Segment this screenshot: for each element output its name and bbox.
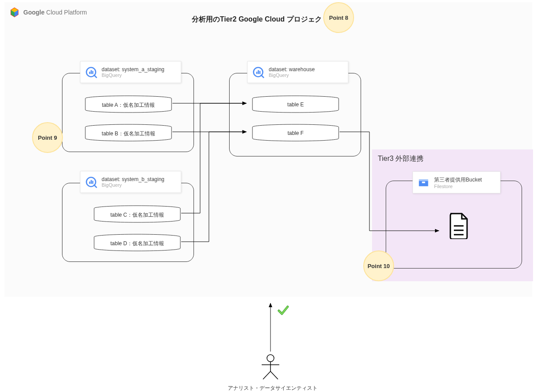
svg-point-27 (267, 355, 274, 362)
bigquery-icon (85, 176, 97, 188)
dataset-warehouse: dataset: warehouse BigQuery table E tabl… (229, 73, 361, 156)
dataset-label: dataset: system_b_staging (102, 176, 164, 182)
project-title: 分析用のTier2 Google Cloud プロジェクト (192, 15, 329, 24)
tier3-title: Tier3 外部連携 (378, 154, 424, 163)
product-label: BigQuery (269, 73, 315, 78)
svg-line-4 (94, 75, 96, 77)
svg-line-31 (270, 371, 278, 379)
dataset-card-warehouse: dataset: warehouse BigQuery (247, 61, 348, 83)
checkmark-icon (278, 305, 289, 316)
point-8-badge: Point 8 (323, 2, 354, 33)
dataset-system-b: dataset: system_b_staging BigQuery table… (62, 183, 194, 262)
svg-rect-8 (89, 181, 91, 184)
dataset-label: dataset: warehouse (269, 66, 315, 73)
product-label: BigQuery (102, 182, 164, 188)
bucket-product: Filestore (434, 184, 482, 189)
table-b-cylinder: table B：仮名加工情報 (84, 124, 172, 142)
table-c-cylinder: table C：仮名加工情報 (93, 205, 181, 223)
table-d-cylinder: table D：仮名加工情報 (93, 234, 181, 251)
table-f-cylinder: table F (252, 124, 340, 142)
svg-rect-2 (91, 70, 92, 74)
table-a-cylinder: table A：仮名加工情報 (84, 95, 172, 113)
bigquery-icon (252, 66, 264, 78)
tier3-box: Tier3 外部連携 第三者提供用Bucket Filestore (372, 149, 533, 281)
svg-rect-17 (259, 71, 261, 74)
gcp-logo-icon (9, 7, 20, 18)
bucket-label: 第三者提供用Bucket (434, 176, 482, 184)
point-9-badge: Point 9 (32, 122, 63, 153)
svg-rect-1 (89, 72, 91, 74)
svg-rect-16 (258, 70, 259, 74)
svg-rect-15 (256, 72, 258, 74)
gcp-brand-text: Google Cloud Platform (23, 9, 87, 16)
actor-label: アナリスト・データサイエンティスト (224, 385, 321, 392)
actor-icon (259, 354, 281, 380)
dataset-card-system-b: dataset: system_b_staging BigQuery (80, 171, 181, 193)
bigquery-icon (85, 66, 97, 78)
filestore-icon (417, 176, 430, 189)
file-icon (448, 213, 470, 239)
svg-rect-23 (422, 181, 425, 183)
point-10-badge: Point 10 (363, 250, 394, 281)
product-label: BigQuery (102, 73, 164, 78)
svg-line-18 (261, 75, 263, 77)
svg-rect-9 (91, 180, 92, 184)
svg-line-30 (263, 371, 270, 379)
svg-rect-10 (92, 181, 94, 184)
gcp-header: Google Cloud Platform (9, 7, 87, 18)
dataset-card-system-a: dataset: system_a_staging BigQuery (80, 61, 181, 83)
svg-rect-22 (419, 179, 428, 181)
table-e-cylinder: table E (252, 95, 340, 113)
dataset-label: dataset: system_a_staging (102, 66, 164, 73)
svg-line-11 (94, 185, 96, 187)
dataset-system-a: dataset: system_a_staging BigQuery table… (62, 73, 194, 152)
gcp-project-box: Google Cloud Platform 分析用のTier2 Google C… (4, 2, 532, 297)
filestore-card: 第三者提供用Bucket Filestore (413, 171, 500, 193)
svg-rect-3 (92, 71, 94, 74)
tier3-container: 第三者提供用Bucket Filestore (386, 181, 522, 269)
